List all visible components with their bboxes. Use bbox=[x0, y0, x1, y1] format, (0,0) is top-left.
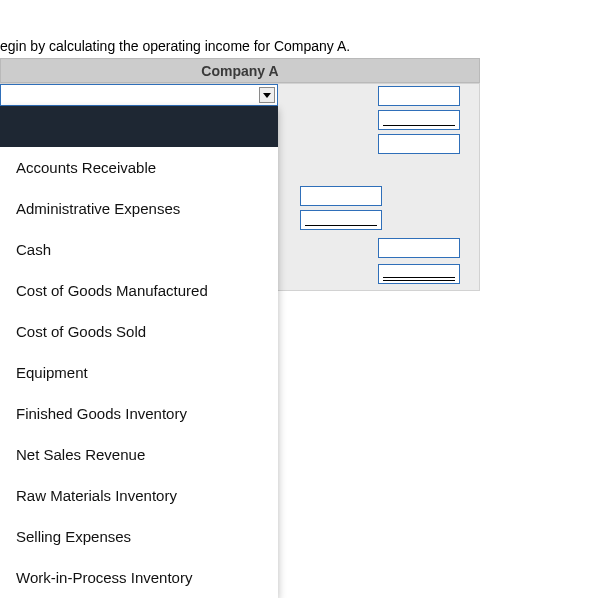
svg-marker-0 bbox=[263, 93, 271, 98]
underline bbox=[383, 277, 455, 278]
chevron-down-icon bbox=[259, 87, 275, 103]
line-item-dropdown-panel: Accounts Receivable Administrative Expen… bbox=[0, 106, 278, 598]
underline bbox=[305, 225, 377, 226]
table-header: Company A bbox=[0, 58, 480, 83]
dropdown-option-accounts-receivable[interactable]: Accounts Receivable bbox=[0, 147, 278, 188]
line-item-select[interactable] bbox=[0, 84, 278, 106]
value-input-r3[interactable] bbox=[378, 134, 460, 154]
value-input-r7[interactable] bbox=[378, 264, 460, 284]
value-input-r6[interactable] bbox=[378, 238, 460, 258]
dropdown-option-net-sales-revenue[interactable]: Net Sales Revenue bbox=[0, 434, 278, 475]
value-input-m4[interactable] bbox=[300, 186, 382, 206]
dropdown-option-finished-goods-inventory[interactable]: Finished Goods Inventory bbox=[0, 393, 278, 434]
underline bbox=[383, 280, 455, 281]
dropdown-option-administrative-expenses[interactable]: Administrative Expenses bbox=[0, 188, 278, 229]
dropdown-option-cost-of-goods-manufactured[interactable]: Cost of Goods Manufactured bbox=[0, 270, 278, 311]
dropdown-option-blank[interactable] bbox=[0, 106, 278, 147]
value-input-r1[interactable] bbox=[378, 86, 460, 106]
dropdown-option-raw-materials-inventory[interactable]: Raw Materials Inventory bbox=[0, 475, 278, 516]
instruction-text: egin by calculating the operating income… bbox=[0, 38, 350, 54]
dropdown-option-cash[interactable]: Cash bbox=[0, 229, 278, 270]
dropdown-option-selling-expenses[interactable]: Selling Expenses bbox=[0, 516, 278, 557]
dropdown-option-cost-of-goods-sold[interactable]: Cost of Goods Sold bbox=[0, 311, 278, 352]
header-label: Company A bbox=[201, 63, 278, 79]
income-statement-table: Company A Accounts Receivable Administra… bbox=[0, 58, 480, 83]
dropdown-option-equipment[interactable]: Equipment bbox=[0, 352, 278, 393]
value-input-m5[interactable] bbox=[300, 210, 382, 230]
underline bbox=[383, 125, 455, 126]
value-input-r2[interactable] bbox=[378, 110, 460, 130]
dropdown-option-work-in-process-inventory[interactable]: Work-in-Process Inventory bbox=[0, 557, 278, 598]
